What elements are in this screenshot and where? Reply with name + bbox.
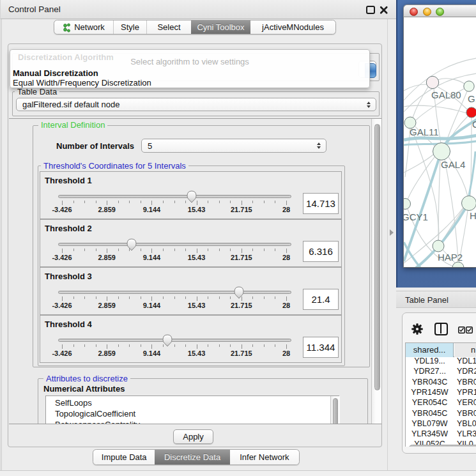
algorithm-prompt-item[interactable]: Select algorithm to view settings bbox=[10, 57, 369, 66]
slider-tick bbox=[73, 201, 74, 203]
network-node-h[interactable] bbox=[462, 196, 476, 211]
splitpane-collapse-arrow[interactable] bbox=[390, 229, 394, 236]
table-row[interactable]: YBR045CYBR0 bbox=[406, 409, 476, 419]
close-traffic-light[interactable] bbox=[410, 8, 418, 16]
slider-scale-label: 9.144 bbox=[143, 349, 161, 357]
tab-discretize-data[interactable]: Discretize Data bbox=[155, 450, 229, 464]
table-row[interactable]: YDL19...YDL1 bbox=[406, 357, 476, 367]
table-hscrollbar-thumb[interactable] bbox=[408, 445, 476, 447]
network-canvas[interactable]: GAL80G.CGAL11GAL4GCY1HHAP2 bbox=[403, 17, 476, 268]
slider-scale-label: 9.144 bbox=[143, 254, 161, 261]
network-node[interactable] bbox=[452, 262, 464, 268]
panel-left-edge bbox=[1, 19, 2, 470]
tab-style[interactable]: Style bbox=[114, 20, 147, 34]
slider-tick bbox=[118, 249, 119, 251]
slider-tick bbox=[230, 296, 231, 299]
slider-tick bbox=[219, 201, 220, 203]
tab-jactivemnodules-label: jActiveMNodules bbox=[262, 22, 324, 32]
tab-select[interactable]: Select bbox=[147, 20, 191, 34]
list-scrollbar-track[interactable] bbox=[330, 396, 340, 424]
combobox-arrows-icon bbox=[314, 142, 324, 149]
algorithm-option-manual-discretization[interactable]: Manual Discretization bbox=[13, 68, 98, 78]
threshold-slider-thumb[interactable] bbox=[127, 238, 137, 251]
table-data-combobox[interactable]: galFiltered.sif default node bbox=[16, 98, 376, 111]
slider-tick bbox=[84, 201, 85, 203]
slider-ticks: -3.4262.8599.14415.4321.71528 bbox=[40, 268, 341, 314]
slider-tick bbox=[242, 344, 242, 349]
float-window-icon[interactable] bbox=[366, 6, 375, 14]
list-scrollbar-thumb[interactable] bbox=[333, 398, 338, 424]
table-row[interactable]: YDR27...YDR2 bbox=[406, 367, 476, 377]
tab-impute-data[interactable]: Impute Data bbox=[93, 450, 155, 464]
screen: Control Panel Network Style Select bbox=[0, 0, 476, 476]
attribute-list-item[interactable]: SelfLoops bbox=[55, 398, 92, 408]
numerical-attributes-list[interactable]: SelfLoopsTopologicalCoefficientBetweenne… bbox=[45, 395, 339, 424]
table-row[interactable]: YER054CYER0 bbox=[406, 398, 476, 408]
slider-tick bbox=[185, 296, 186, 299]
slider-tick bbox=[62, 201, 63, 205]
tab-network[interactable]: Network bbox=[54, 20, 114, 34]
tab-jactivemnodules[interactable]: jActiveMNodules bbox=[250, 20, 335, 34]
slider-tick bbox=[118, 296, 119, 299]
slider-scale-label: 28 bbox=[282, 206, 290, 213]
gear-icon[interactable] bbox=[411, 323, 423, 337]
slider-scale-label: 15.43 bbox=[188, 302, 206, 309]
tab-cyni-toolbox[interactable]: Cyni Toolbox bbox=[191, 20, 250, 34]
zoom-traffic-light[interactable] bbox=[436, 8, 444, 16]
threshold-slider-thumb[interactable] bbox=[234, 286, 244, 299]
numerical-attributes-label: Numerical Attributes bbox=[43, 384, 125, 394]
threshold-slider-thumb[interactable] bbox=[162, 334, 173, 347]
settings-scrollbar-track[interactable] bbox=[371, 119, 381, 424]
slider-tick bbox=[96, 296, 96, 299]
control-panel-title: Control Panel bbox=[8, 4, 61, 14]
slider-tick bbox=[151, 201, 152, 205]
slider-tick bbox=[252, 296, 253, 299]
slider-tick bbox=[163, 249, 164, 251]
number-of-intervals-combobox[interactable]: 5 bbox=[141, 139, 326, 153]
network-node-hap2[interactable] bbox=[433, 240, 444, 252]
threshold-value-field[interactable]: 21.4 bbox=[303, 289, 339, 310]
threshold-value-field[interactable]: 14.713 bbox=[303, 193, 339, 214]
attribute-list-item[interactable]: BetweennessCentrality bbox=[55, 420, 140, 424]
table-data-group-title: Table Data bbox=[15, 88, 59, 96]
slider-tick bbox=[107, 249, 107, 253]
algorithm-option-equal-width-frequency[interactable]: Equal Width/Frequency Discretization bbox=[13, 78, 151, 88]
network-window-titlebar[interactable] bbox=[403, 4, 476, 17]
slider-tick bbox=[118, 344, 119, 347]
slider-tick bbox=[96, 249, 96, 251]
network-node-c[interactable] bbox=[466, 107, 476, 118]
network-node-gal4[interactable] bbox=[433, 143, 450, 160]
column-header-shared-name[interactable]: shared... bbox=[406, 343, 454, 357]
table-row[interactable]: YBL079WYBL0 bbox=[406, 419, 476, 429]
slider-tick bbox=[219, 249, 220, 251]
threshold-slider-thumb[interactable] bbox=[187, 190, 197, 203]
algorithm-dropdown-popup: Discretization Algorithm Select algorith… bbox=[10, 49, 370, 88]
table-row[interactable]: YLR345WYLR3 bbox=[406, 429, 476, 440]
checkbox-select-all-icon[interactable] bbox=[458, 325, 465, 336]
attribute-list-item[interactable]: TopologicalCoefficient bbox=[55, 409, 135, 418]
checkbox-select-none-icon[interactable] bbox=[466, 325, 473, 336]
slider-tick bbox=[174, 249, 175, 251]
split-columns-icon[interactable] bbox=[434, 323, 448, 335]
table-row[interactable]: YPR145WYPR1 bbox=[406, 388, 476, 398]
cell-shared-name: YPR145W bbox=[406, 388, 454, 397]
slider-tick bbox=[197, 344, 197, 349]
table-row[interactable]: YBR043CYBR0 bbox=[406, 378, 476, 388]
network-node-g[interactable] bbox=[464, 81, 474, 91]
minimize-traffic-light[interactable] bbox=[423, 8, 431, 16]
slider-scale-label: 2.859 bbox=[98, 302, 116, 309]
control-panel-titlebar: Control Panel bbox=[0, 0, 396, 19]
close-icon[interactable] bbox=[379, 5, 389, 15]
column-header-name[interactable]: n bbox=[454, 343, 476, 357]
slider-scale-label: -3.426 bbox=[52, 206, 72, 213]
threshold-value-field[interactable]: 11.344 bbox=[303, 337, 339, 358]
apply-button[interactable]: Apply bbox=[173, 429, 213, 444]
slider-tick bbox=[197, 249, 197, 253]
tab-infer-network[interactable]: Infer Network bbox=[230, 450, 299, 464]
settings-scrollbar-thumb[interactable] bbox=[374, 124, 380, 390]
slider-tick bbox=[151, 249, 152, 253]
network-node-gcy1[interactable] bbox=[404, 199, 411, 210]
network-node-gal80[interactable] bbox=[426, 76, 438, 88]
threshold-value-field[interactable]: 6.316 bbox=[303, 241, 339, 262]
slider-tick bbox=[174, 296, 175, 299]
